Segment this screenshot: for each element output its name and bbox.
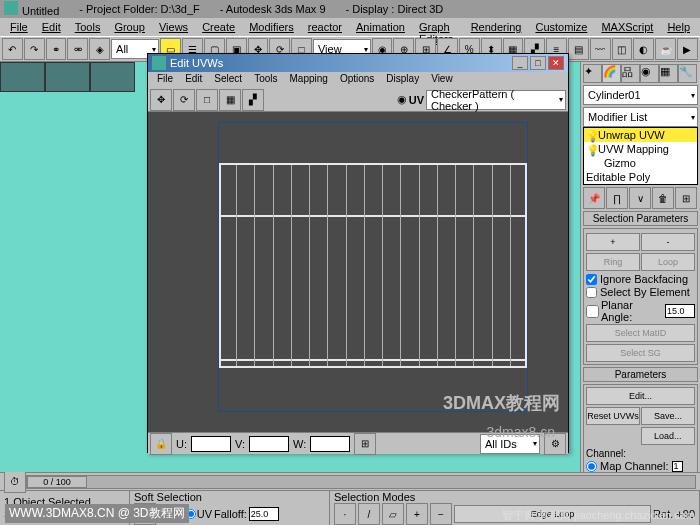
uvw-menu-mapping[interactable]: Mapping [285, 73, 333, 87]
menu-views[interactable]: Views [153, 20, 194, 34]
uvw-menu-select[interactable]: Select [209, 73, 247, 87]
ignore-backfacing-check[interactable]: Ignore Backfacing [586, 273, 695, 285]
object-name-field[interactable]: Cylinder01 [583, 85, 698, 105]
uvw-cfg-button[interactable]: ⚙ [544, 433, 566, 455]
scale-uv-button[interactable]: □ [196, 89, 218, 111]
minimize-button[interactable]: _ [512, 56, 528, 70]
sel-params-header[interactable]: Selection Parameters [583, 211, 698, 226]
texture-dropdown[interactable]: CheckerPattern ( Checker ) [426, 90, 566, 110]
hierarchy-tab[interactable]: 品 [621, 64, 640, 83]
uvw-menu-view[interactable]: View [426, 73, 458, 87]
modifier-stack[interactable]: 💡Unwrap UVW 💡UVW Mapping Gizmo Editable … [583, 127, 698, 185]
select-matid-button[interactable]: Select MatID [586, 324, 695, 342]
menu-help[interactable]: Help [661, 20, 696, 34]
menu-create[interactable]: Create [196, 20, 241, 34]
uvw-options-button[interactable]: ⊞ [354, 433, 376, 455]
time-thumb[interactable]: 0 / 100 [27, 476, 87, 488]
reset-uvw-button[interactable]: Reset UVWs [586, 407, 640, 425]
bind-button[interactable]: ◈ [89, 38, 110, 60]
v-value-input[interactable] [249, 436, 289, 452]
configure-button[interactable]: ⊞ [675, 187, 697, 209]
soft-selection-label: Soft Selection [134, 491, 325, 503]
render-scene-button[interactable]: ☕ [655, 38, 676, 60]
planar-angle-check[interactable] [586, 305, 599, 318]
w-value-input[interactable] [310, 436, 350, 452]
plus-mode-button[interactable]: + [406, 503, 428, 525]
map-channel-radio[interactable]: Map Channel: [586, 460, 695, 472]
edge-mode-button[interactable]: / [358, 503, 380, 525]
menu-group[interactable]: Group [108, 20, 151, 34]
layer-button[interactable]: ▤ [568, 38, 589, 60]
minus-mode-button[interactable]: − [430, 503, 452, 525]
redo-button[interactable]: ↷ [24, 38, 45, 60]
menu-file[interactable]: File [4, 20, 34, 34]
allids-dropdown[interactable]: All IDs [480, 434, 540, 454]
mod-unwrap-uvw[interactable]: 💡Unwrap UVW [584, 128, 697, 142]
display-tab[interactable]: ▦ [659, 64, 678, 83]
select-sg-button[interactable]: Select SG [586, 344, 695, 362]
remove-mod-button[interactable]: 🗑 [652, 187, 674, 209]
uvw-lock-button[interactable]: 🔒 [150, 433, 172, 455]
menu-modifiers[interactable]: Modifiers [243, 20, 300, 34]
create-tab[interactable]: ✦ [583, 64, 602, 83]
menu-rendering[interactable]: Rendering [465, 20, 528, 34]
link-button[interactable]: ⚭ [46, 38, 67, 60]
maximize-button[interactable]: □ [530, 56, 546, 70]
menu-grapheditors[interactable]: Graph Editors [413, 20, 463, 34]
move-uv-button[interactable]: ✥ [150, 89, 172, 111]
ring-button[interactable]: Ring [586, 253, 640, 271]
menu-maxscript[interactable]: MAXScript [595, 20, 659, 34]
save-button[interactable]: Save... [641, 407, 695, 425]
curve-editor-button[interactable]: 〰 [590, 38, 611, 60]
menu-edit[interactable]: Edit [36, 20, 67, 34]
lightbulb-icon: 💡 [586, 144, 596, 154]
make-unique-button[interactable]: ∨ [629, 187, 651, 209]
parameters-header[interactable]: Parameters [583, 367, 698, 382]
schematic-button[interactable]: ◫ [612, 38, 633, 60]
uvw-menu-file[interactable]: File [152, 73, 178, 87]
mirror-uv-button[interactable]: ▞ [242, 89, 264, 111]
planar-angle-spinner[interactable] [665, 304, 695, 318]
loop-button[interactable]: Loop [641, 253, 695, 271]
close-button[interactable]: ✕ [548, 56, 564, 70]
time-slider[interactable]: 0 / 100 [26, 475, 696, 489]
contract-button[interactable]: - [641, 233, 695, 251]
menu-reactor[interactable]: reactor [302, 20, 348, 34]
unlink-button[interactable]: ⚮ [67, 38, 88, 60]
menu-animation[interactable]: Animation [350, 20, 411, 34]
select-by-element-check[interactable]: Select By Element [586, 286, 695, 298]
pin-stack-button[interactable]: 📌 [583, 187, 605, 209]
mod-gizmo[interactable]: Gizmo [584, 156, 697, 170]
rotate-uv-button[interactable]: ⟳ [173, 89, 195, 111]
material-button[interactable]: ◐ [633, 38, 654, 60]
vertex-mode-button[interactable]: · [334, 503, 356, 525]
title-product: - Autodesk 3ds Max 9 [220, 3, 326, 15]
modify-tab[interactable]: 🌈 [602, 64, 621, 83]
show-end-button[interactable]: ∏ [606, 187, 628, 209]
map-channel-spinner[interactable] [672, 461, 683, 472]
expand-button[interactable]: + [586, 233, 640, 251]
load-button[interactable]: Load... [641, 427, 696, 445]
uvw-viewport[interactable] [148, 112, 568, 432]
menu-customize[interactable]: Customize [529, 20, 593, 34]
undo-button[interactable]: ↶ [2, 38, 23, 60]
uvw-menu-tools[interactable]: Tools [249, 73, 282, 87]
time-config-button[interactable]: ⏱ [4, 471, 26, 493]
uvw-menu-edit[interactable]: Edit [180, 73, 207, 87]
uvw-titlebar[interactable]: Edit UVWs _ □ ✕ [148, 54, 568, 72]
edit-button[interactable]: Edit... [586, 387, 695, 405]
utilities-tab[interactable]: 🔧 [678, 64, 697, 83]
mod-uvw-mapping[interactable]: 💡UVW Mapping [584, 142, 697, 156]
menu-tools[interactable]: Tools [69, 20, 107, 34]
modifier-list-dropdown[interactable]: Modifier List [583, 107, 698, 127]
falloff-spinner[interactable] [249, 507, 279, 521]
mod-editable-poly[interactable]: Editable Poly [584, 170, 697, 184]
uvw-menu-options[interactable]: Options [335, 73, 379, 87]
uvw-menu-display[interactable]: Display [381, 73, 424, 87]
footer-watermark: WWW.3DMAX8.CN @ 3D教程网 [5, 504, 189, 523]
face-mode-button[interactable]: ▱ [382, 503, 404, 525]
quick-render-button[interactable]: ▶ [677, 38, 698, 60]
motion-tab[interactable]: ◉ [640, 64, 659, 83]
freeform-button[interactable]: ▦ [219, 89, 241, 111]
u-value-input[interactable] [191, 436, 231, 452]
